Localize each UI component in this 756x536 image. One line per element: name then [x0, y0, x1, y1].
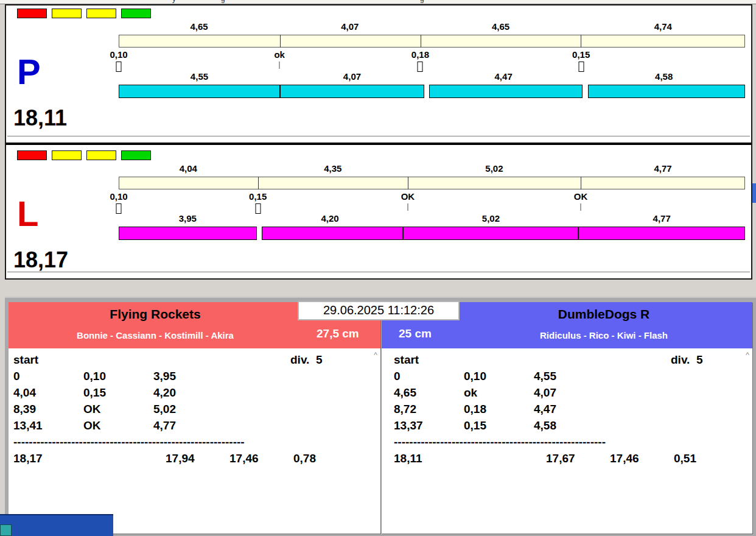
team-name: Flying Rockets	[9, 305, 302, 323]
clipped-edge-fragment	[752, 183, 756, 203]
start-label: start	[13, 353, 38, 367]
team-panel-left: Flying Rockets Bonnie - Cassiann - Kosti…	[9, 302, 380, 534]
team-panel-right: DumbleDogs R Ridiculus - Rico - Kiwi - F…	[382, 302, 752, 534]
dog-time: 4,58	[655, 71, 673, 82]
team-name: DumbleDogs R	[458, 305, 750, 323]
split-cell: 0	[394, 370, 401, 383]
jump-height: 25 cm	[399, 327, 432, 340]
dog-time-bar	[280, 85, 424, 98]
split-time: 5,02	[485, 163, 503, 174]
split-time: 4,35	[324, 163, 341, 174]
split-row: 4,65ok4,07	[394, 386, 752, 403]
split-cell: 0,10	[464, 370, 486, 383]
split-cell: 8,72	[394, 403, 416, 416]
pass-fault-tick	[578, 62, 584, 72]
split-row: 8,720,184,47	[394, 403, 752, 419]
total-cell: 17,46	[610, 452, 639, 465]
lane-total-time: 18,11	[13, 105, 67, 131]
split-time: 4,74	[654, 21, 672, 32]
split-row: 4,040,154,20	[13, 386, 380, 403]
dog-time: 4,47	[495, 71, 513, 82]
dog-time-bar	[429, 85, 583, 98]
split-rows: 00,104,554,65ok4,078,720,184,4713,370,15…	[394, 370, 752, 436]
totals-row: 18,1717,9417,460,78	[13, 452, 380, 468]
split-row: 00,103,95	[13, 370, 380, 386]
split-row: 13,41OK4,77	[13, 419, 380, 436]
status-light	[17, 9, 47, 18]
pass-label: ok	[274, 49, 285, 60]
clipped-background-window: y g g	[0, 0, 756, 4]
separator-row: ----------------------------------------…	[394, 436, 752, 452]
split-row: 13,370,154,58	[394, 419, 752, 436]
pass-label: 0,15	[249, 191, 267, 202]
dog-times-bar	[119, 227, 745, 240]
split-time: 4,65	[492, 21, 509, 32]
dog-times-row: 3,954,205,024,77	[119, 213, 745, 224]
split-cell: 4,07	[534, 386, 556, 400]
pass-label: OK	[574, 191, 588, 202]
split-cell: 3,95	[153, 370, 176, 383]
status-light	[52, 9, 82, 18]
dog-time-bar	[262, 227, 404, 240]
team-dogs: Ridiculus - Rico - Kiwi - Flash	[458, 330, 750, 340]
bar-divider	[581, 35, 581, 48]
bar-divider	[421, 35, 421, 48]
dog-time: 3,95	[179, 213, 197, 224]
pass-fault-tick	[255, 203, 261, 214]
total-cell: 18,11	[394, 452, 422, 465]
status-light	[86, 9, 116, 18]
split-cell: 0,18	[464, 403, 486, 416]
split-cell: OK	[83, 419, 101, 432]
timestamp: 29.06.2025 11:12:26	[298, 301, 460, 320]
split-cell: ok	[464, 386, 477, 400]
bar-divider	[408, 177, 408, 189]
flyball-timing-window: y g g 4,654,074,654,740,10ok0,180,154,55…	[0, 0, 756, 536]
split-cell: 4,77	[153, 419, 176, 432]
totals-row: 18,1117,6717,460,51	[394, 452, 752, 468]
split-row: 00,104,55	[394, 370, 752, 386]
split-time: 4,65	[190, 21, 208, 32]
lane-divider-line	[7, 136, 750, 136]
team-dogs: Bonnie - Cassiann - Kostimill - Akira	[9, 330, 302, 340]
total-cell: 0,78	[293, 452, 316, 465]
lane-total-time: 18,17	[13, 247, 68, 273]
lane-l-bar-area: 4,044,355,024,770,100,15OKOK3,954,205,02…	[119, 147, 745, 278]
split-cell: 4,58	[534, 419, 556, 432]
lane-p-bar-area: 4,654,074,654,740,10ok0,180,154,554,074,…	[119, 5, 745, 143]
pass-label: 0,18	[411, 49, 429, 60]
pass-labels-row: 0,100,15OKOK	[119, 191, 745, 202]
separator-line: ----------------------------------------…	[13, 436, 245, 449]
pass-ok-tick	[581, 203, 581, 211]
dog-time: 4,07	[343, 71, 361, 82]
split-cell: 4,65	[394, 386, 416, 400]
split-cell: 0	[13, 370, 20, 383]
pass-label: OK	[401, 191, 415, 202]
bar-divider	[581, 177, 581, 189]
pass-ok-tick	[279, 62, 280, 69]
pass-label: 0,10	[110, 49, 127, 60]
pass-label: 0,10	[110, 191, 127, 202]
split-time: 4,77	[654, 163, 671, 174]
lane-letter: P	[17, 54, 41, 90]
pass-fault-tick	[418, 62, 423, 72]
total-cell: 0,51	[674, 452, 696, 465]
pass-labels-row: 0,10ok0,180,15	[119, 49, 745, 60]
team-results: ^ start div. 5 00,103,954,040,154,208,39…	[9, 348, 380, 534]
dog-time-bar	[578, 227, 745, 240]
status-light	[86, 150, 116, 160]
lane-l: 4,044,355,024,770,100,15OKOK3,954,205,02…	[6, 147, 751, 278]
split-cell: 4,55	[534, 370, 556, 383]
pass-fault-tick	[116, 203, 122, 214]
division-label: div. 5	[671, 353, 702, 367]
dog-times-row: 4,554,074,474,58	[119, 71, 745, 82]
dog-time: 4,20	[321, 213, 338, 224]
total-cell: 18,17	[13, 452, 43, 465]
jump-height: 27,5 cm	[317, 327, 359, 340]
pass-ok-tick	[407, 203, 408, 211]
segment-times-row: 4,654,074,654,74	[119, 21, 745, 32]
clipped-taskbar-window	[0, 514, 113, 536]
split-time: 4,07	[341, 21, 359, 32]
total-cell: 17,94	[166, 452, 195, 465]
results-area: Flying Rockets Bonnie - Cassiann - Kosti…	[5, 297, 756, 536]
total-split-bar	[119, 35, 745, 48]
